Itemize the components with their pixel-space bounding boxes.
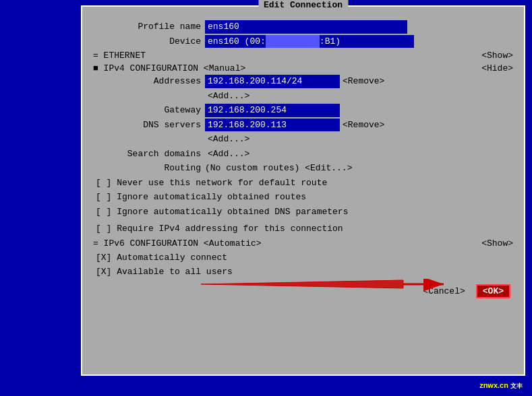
ipv6-label: = IPv6 CONFIGURATION <Automatic> <box>93 238 262 249</box>
ethernet-section: = ETHERNET <Show> <box>93 51 513 61</box>
dns-row: DNS servers 192.168.200.113 <Remove> <box>93 119 513 132</box>
addresses-add-row: <Add...> <box>93 90 513 103</box>
dns-remove-btn[interactable]: <Remove> <box>343 119 384 132</box>
content-area: Profile name ens160 Device ens160 (00: :… <box>82 7 524 374</box>
routing-value: (No custom routes) <Edit...> <box>205 162 352 175</box>
main-window: Edit Connection Profile name ens160 Devi… <box>81 5 525 376</box>
button-row: <Cancel> <OK> <box>93 284 513 298</box>
device-prefix: ens160 (00: <box>208 36 266 46</box>
ignore-dns-checkbox[interactable]: [ ] Ignore automatically obtained DNS pa… <box>96 205 348 219</box>
ok-button[interactable]: <OK> <box>476 284 510 298</box>
available-users-checkbox[interactable]: [X] Available to all users <box>96 265 233 279</box>
ipv6-show-btn[interactable]: <Show> <box>481 238 513 249</box>
window-title: Edit Connection <box>258 0 348 10</box>
ignore-routes-row: [ ] Ignore automatically obtained routes <box>93 191 513 204</box>
dns-label: DNS servers <box>93 119 201 132</box>
ipv4-section: ■ IPv4 CONFIGURATION <Manual> <Hide> Add… <box>93 63 513 236</box>
device-mac <box>266 35 320 48</box>
ipv4-hide-btn[interactable]: <Hide> <box>481 63 513 73</box>
search-domains-row: Search domains <Add...> <box>93 147 513 161</box>
ipv4-header: ■ IPv4 CONFIGURATION <Manual> <Hide> <box>93 63 513 73</box>
ignore-dns-row: [ ] Ignore automatically obtained DNS pa… <box>93 205 513 219</box>
auto-connect-row: [X] Automatically connect <box>93 251 513 265</box>
device-row: Device ens160 (00: :B1) <box>93 35 513 48</box>
ethernet-show-btn[interactable]: <Show> <box>481 51 513 61</box>
dns-add-row: <Add...> <box>93 133 513 146</box>
profile-name-input[interactable]: ens160 <box>205 20 407 34</box>
never-use-checkbox[interactable]: [ ] Never use this network for default r… <box>96 176 327 190</box>
gateway-row: Gateway 192.168.200.254 <box>93 104 513 117</box>
device-label: Device <box>93 35 201 48</box>
addresses-label: Addresses <box>93 75 201 88</box>
device-suffix: :B1) <box>320 36 341 46</box>
profile-name-row: Profile name ens160 <box>93 20 513 34</box>
addresses-row: Addresses 192.168.200.114/24 <Remove> <box>93 75 513 88</box>
ethernet-label: = ETHERNET <box>93 51 146 61</box>
require-ipv4-checkbox[interactable]: [ ] Require IPv4 addressing for this con… <box>96 222 343 236</box>
never-use-row: [ ] Never use this network for default r… <box>93 176 513 190</box>
profile-name-label: Profile name <box>93 20 201 34</box>
device-input[interactable]: ens160 (00: :B1) <box>205 35 414 48</box>
watermark-text: znwx.cn <box>479 381 508 389</box>
cancel-button[interactable]: <Cancel> <box>417 286 470 297</box>
auto-connect-checkbox[interactable]: [X] Automatically connect <box>96 251 227 265</box>
search-domains-add-btn[interactable]: <Add...> <box>208 147 249 161</box>
routing-row: Routing (No custom routes) <Edit...> <box>93 162 513 175</box>
search-domains-label: Search domains <box>93 147 201 161</box>
ignore-routes-checkbox[interactable]: [ ] Ignore automatically obtained routes <box>96 191 306 204</box>
ipv4-label: ■ IPv4 CONFIGURATION <Manual> <box>93 63 245 73</box>
addresses-remove-btn[interactable]: <Remove> <box>343 75 384 88</box>
gateway-label: Gateway <box>93 104 201 117</box>
gateway-input[interactable]: 192.168.200.254 <box>205 104 340 117</box>
dns-input[interactable]: 192.168.200.113 <box>205 119 340 132</box>
addresses-add-btn[interactable]: <Add...> <box>208 90 249 103</box>
dns-add-btn[interactable]: <Add...> <box>208 133 249 146</box>
watermark: znwx.cn 文丰 <box>479 381 523 391</box>
ipv6-section: = IPv6 CONFIGURATION <Automatic> <Show> <box>93 238 513 249</box>
watermark-sub: 文丰 <box>510 383 523 389</box>
require-ipv4-row: [ ] Require IPv4 addressing for this con… <box>93 222 513 236</box>
routing-label: Routing <box>93 162 201 175</box>
bottom-area: <Cancel> <OK> <box>93 284 513 298</box>
addresses-input[interactable]: 192.168.200.114/24 <box>205 75 340 88</box>
available-users-row: [X] Available to all users <box>93 265 513 279</box>
